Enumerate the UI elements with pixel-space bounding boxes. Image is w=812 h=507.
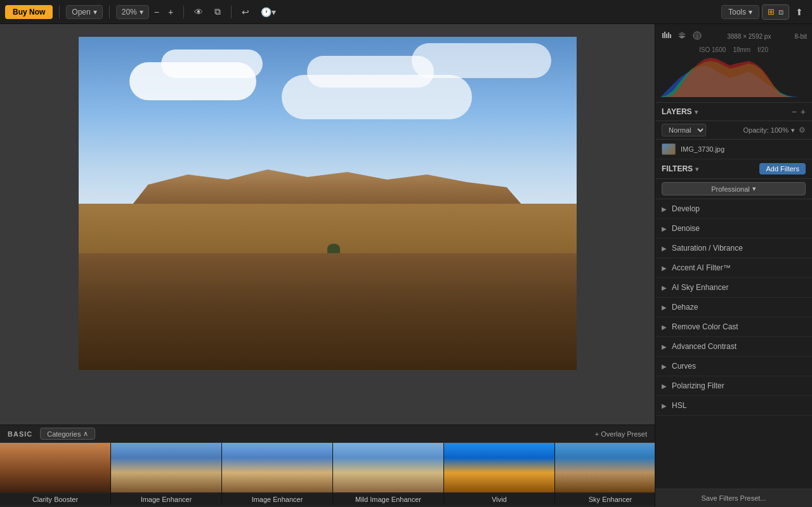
filter-item-5[interactable]: ▶ Dehaze xyxy=(655,298,812,317)
toolbar-right: Tools ▾ ⊞ ⧈ ⬆ xyxy=(721,4,807,20)
filter-item-0[interactable]: ▶ Develop xyxy=(655,199,812,219)
professional-label: Professional xyxy=(711,185,750,193)
filter-label-10: HSL xyxy=(672,401,686,410)
save-preset-button[interactable]: Save Filters Preset... xyxy=(655,489,812,507)
separator-2 xyxy=(109,6,110,18)
filters-list: ▶ Develop ▶ Denoise ▶ Saturation / Vibra… xyxy=(655,199,812,489)
filter-item-10[interactable]: ▶ HSL xyxy=(655,396,812,416)
preset-label-4: Vivid xyxy=(444,494,554,505)
filter-label-6: Remove Color Cast xyxy=(672,322,738,331)
filter-item-6[interactable]: ▶ Remove Color Cast xyxy=(655,317,812,337)
zoom-chevron-icon: ▾ xyxy=(140,8,143,16)
bottom-bar-header: BASIC Categories ∧ + Overlay Preset xyxy=(0,425,655,443)
panel-toggle-grid[interactable]: ⊞ ⧈ xyxy=(762,4,789,20)
preset-thumbnail-0 xyxy=(0,443,110,492)
layers-chevron-icon: ▾ xyxy=(695,109,698,115)
cloud-5 xyxy=(412,43,551,78)
filter-label-4: AI Sky Enhancer xyxy=(672,283,728,292)
histogram-meta: i 3888 × 2592 px 8-bit xyxy=(660,29,807,44)
cloud-2 xyxy=(161,49,263,78)
preset-label-0: Clarity Booster xyxy=(0,494,110,505)
filters-title: FILTERS ▾ xyxy=(662,164,698,173)
filter-label-0: Develop xyxy=(672,204,700,213)
preset-item-2[interactable]: Image Enhancer xyxy=(222,443,333,505)
filter-item-1[interactable]: ▶ Denoise xyxy=(655,219,812,239)
professional-button[interactable]: Professional ▾ xyxy=(662,182,806,195)
filter-label-7: Advanced Contrast xyxy=(672,342,737,351)
svg-rect-0 xyxy=(662,33,664,38)
open-label: Open xyxy=(72,8,90,16)
layers-controls: Normal Opacity: 100% ▾ ⚙ xyxy=(655,121,812,140)
svg-text:i: i xyxy=(697,33,698,39)
layers-title: LAYERS ▾ xyxy=(662,107,698,116)
undo-button[interactable]: ↩ xyxy=(238,4,253,20)
opacity-chevron-icon: ▾ xyxy=(791,126,795,135)
svg-rect-1 xyxy=(664,32,665,38)
zoom-group: 20% ▾ − + xyxy=(116,4,177,20)
history-chevron-icon: ▾ xyxy=(272,7,276,17)
open-button[interactable]: Open ▾ xyxy=(66,5,102,19)
filter-arrow-icon-5: ▶ xyxy=(662,304,667,311)
categories-label: Categories xyxy=(47,430,81,438)
layers-tab[interactable] xyxy=(676,29,688,44)
overlay-preset-button[interactable]: + Overlay Preset xyxy=(595,430,647,438)
blend-mode-select[interactable]: Normal xyxy=(662,124,706,136)
preset-thumbnail-2 xyxy=(222,443,332,492)
histogram-tabs: i xyxy=(660,29,704,44)
separator-3 xyxy=(183,6,184,18)
buy-now-button[interactable]: Buy Now xyxy=(5,5,53,19)
filter-arrow-icon-2: ▶ xyxy=(662,245,667,252)
filter-arrow-icon-9: ▶ xyxy=(662,383,667,390)
filter-label-1: Denoise xyxy=(672,224,700,233)
preset-item-4[interactable]: Vivid xyxy=(444,443,555,505)
categories-chevron-icon: ∧ xyxy=(83,430,88,438)
preview-button[interactable]: 👁 xyxy=(190,4,207,20)
zoom-out-button[interactable]: − xyxy=(150,4,163,20)
tools-chevron-icon: ▾ xyxy=(749,8,752,16)
filter-item-8[interactable]: ▶ Curves xyxy=(655,357,812,376)
filter-label-3: Accent AI Filter™ xyxy=(672,263,731,272)
undo-icon: ↩ xyxy=(242,7,249,17)
eye-icon: 👁 xyxy=(194,7,203,17)
professional-chevron-icon: ▾ xyxy=(752,185,756,193)
preset-item-0[interactable]: Clarity Booster xyxy=(0,443,111,505)
preset-thumbnail-4 xyxy=(444,443,554,492)
section-label: BASIC xyxy=(8,430,32,438)
filter-item-9[interactable]: ▶ Polarizing Filter xyxy=(655,376,812,396)
image-container xyxy=(79,37,577,370)
layer-settings-button[interactable]: ⚙ xyxy=(799,126,806,135)
categories-button[interactable]: Categories ∧ xyxy=(40,428,95,440)
preset-item-1[interactable]: Image Enhancer xyxy=(111,443,222,505)
shrub xyxy=(327,244,340,253)
filter-item-2[interactable]: ▶ Saturation / Vibrance xyxy=(655,239,812,258)
filter-item-7[interactable]: ▶ Advanced Contrast xyxy=(655,337,812,357)
histogram-tab[interactable] xyxy=(660,29,673,44)
layer-thumbnail xyxy=(662,143,676,155)
tools-button[interactable]: Tools ▾ xyxy=(721,5,759,19)
preset-item-3[interactable]: Mild Image Enhancer xyxy=(333,443,444,505)
compare-button[interactable]: ⧉ xyxy=(211,4,225,20)
export-button[interactable]: ⬆ xyxy=(792,4,807,20)
histogram-chart xyxy=(660,56,807,97)
preset-item-5[interactable]: Sky Enhancer xyxy=(555,443,655,505)
info-tab[interactable]: i xyxy=(691,29,704,44)
filter-label-2: Saturation / Vibrance xyxy=(672,244,743,253)
photo-canvas xyxy=(79,37,577,370)
filter-item-3[interactable]: ▶ Accent AI Filter™ xyxy=(655,258,812,278)
add-filters-button[interactable]: Add Filters xyxy=(759,163,806,174)
filter-arrow-icon-4: ▶ xyxy=(662,284,667,291)
histogram-area: i 3888 × 2592 px 8-bit ISO 1600 18mm f/2… xyxy=(655,24,812,103)
filter-arrow-icon-1: ▶ xyxy=(662,225,667,232)
main-area: BASIC Categories ∧ + Overlay Preset Clar… xyxy=(0,24,812,507)
layer-filename: IMG_3730.jpg xyxy=(681,145,724,153)
history-button[interactable]: 🕐 ▾ xyxy=(257,4,280,20)
zoom-in-button[interactable]: + xyxy=(164,4,177,20)
opacity-control: Opacity: 100% ▾ xyxy=(743,126,795,135)
filter-item-4[interactable]: ▶ AI Sky Enhancer xyxy=(655,278,812,298)
preset-strip: Clarity Booster Image Enhancer Image Enh… xyxy=(0,443,655,507)
layer-item[interactable]: IMG_3730.jpg xyxy=(655,140,812,159)
sliders-icon: ⧈ xyxy=(778,7,783,17)
layers-add-button[interactable]: + xyxy=(801,107,806,117)
tools-label: Tools xyxy=(728,8,746,16)
layers-minimize-button[interactable]: − xyxy=(792,107,797,117)
